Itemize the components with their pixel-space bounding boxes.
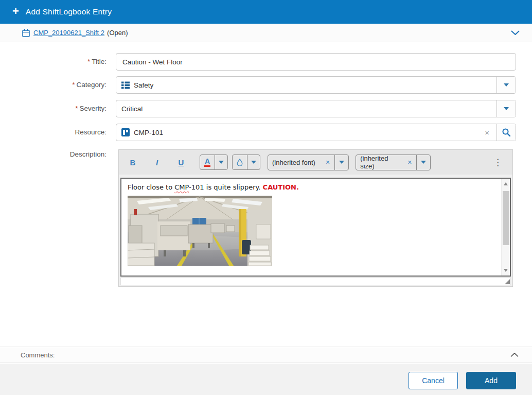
cancel-button[interactable]: Cancel [409,372,458,389]
description-rich-text-editor: B I U A [118,149,513,287]
dropdown-arrow-icon [504,83,509,87]
collapse-chevron-down-icon[interactable] [509,28,522,38]
font-size-value[interactable]: (inherited size) [356,155,407,170]
dropdown-arrow-icon [339,161,344,164]
font-color-dropdown-button[interactable] [215,155,227,169]
comments-label: Comments: [21,351,55,359]
underline-button[interactable]: U [175,158,187,167]
resource-value-wrap: CMP-101 [116,128,477,136]
font-name-value[interactable]: (inherited font) [268,155,326,170]
title-field-wrap [116,53,516,71]
editor-status-bar [120,278,511,285]
scroll-down-arrow-icon[interactable] [504,269,508,272]
resource-value: CMP-101 [134,129,163,136]
required-marker: * [75,105,78,112]
bold-button[interactable]: B [127,158,138,167]
font-color-icon: A [204,158,210,167]
resource-search-button[interactable] [496,124,516,141]
category-value: Safety [134,81,153,89]
category-field[interactable]: Safety [116,76,516,94]
dropdown-arrow-icon [219,161,224,164]
toolbar-more-options-button[interactable]: ⋮ [491,157,504,168]
add-button[interactable]: Add [466,372,516,389]
dropdown-arrow-icon [421,161,426,164]
highlight-color-button[interactable] [233,155,247,169]
font-size-clear-icon[interactable]: × [407,155,416,170]
dialog-header: + Add ShiftLogbook Entry [0,0,532,24]
dialog-title: Add ShiftLogbook Entry [26,7,112,16]
category-label: *Category: [0,76,107,94]
resource-label: Resource: [0,124,107,141]
shift-status: (Open) [107,29,128,37]
description-label: Description: [0,150,107,158]
search-icon [502,128,511,137]
severity-dropdown-button[interactable] [496,100,516,117]
scrollbar-thumb[interactable] [503,191,509,245]
category-list-icon [121,81,130,89]
required-marker: * [72,81,75,89]
font-name-clear-icon[interactable]: × [326,155,334,170]
plus-icon: + [12,6,19,17]
category-dropdown-button[interactable] [496,77,516,93]
dropdown-arrow-icon [251,161,256,164]
logbook-calendar-icon [22,29,30,37]
title-input[interactable] [116,54,516,70]
resource-clear-icon[interactable]: × [477,128,496,137]
description-text: Floor close to CMP-101 is quite slippery… [121,179,501,276]
font-size-dropdown-button[interactable] [416,155,430,170]
shift-logbook-link[interactable]: CMP_20190621_Shift 2 [33,29,104,37]
misspelled-word: CMP [174,183,189,191]
font-color-button[interactable]: A [200,155,215,169]
caution-text: CAUTION. [263,183,299,191]
droplet-icon [237,159,243,166]
dialog-footer: Cancel Add [0,364,532,395]
font-name-dropdown-button[interactable] [334,155,348,170]
dropdown-arrow-icon [504,107,509,110]
description-scrollbar[interactable] [501,179,510,276]
title-label: *Title: [0,53,107,71]
severity-row: *Severity: Critical [0,100,532,117]
resource-icon [121,128,130,136]
resource-row: Resource: CMP-101 × [0,124,532,141]
severity-value: Critical [121,105,143,113]
italic-button[interactable]: I [151,158,163,167]
resize-grip-icon[interactable] [505,279,510,284]
editor-toolbar: B I U A [119,150,512,175]
shift-context-bar: CMP_20190621_Shift 2 (Open) [0,24,532,42]
font-name-combo: (inherited font) × [268,154,349,170]
severity-field[interactable]: Critical [116,100,516,117]
severity-label: *Severity: [0,100,107,117]
font-color-split-button: A [200,154,228,170]
comments-chevron-up-icon[interactable] [508,350,521,359]
add-shiftlogbook-dialog: + Add ShiftLogbook Entry CMP_20190621_Sh… [0,0,532,395]
highlight-color-dropdown-button[interactable] [247,155,260,169]
required-marker: * [87,58,90,65]
description-content-area[interactable]: Floor close to CMP-101 is quite slippery… [120,178,511,277]
category-row: *Category: Safety [0,76,532,94]
title-row: *Title: [0,53,532,71]
category-value-wrap: Safety [116,81,496,89]
factory-floor-image[interactable] [128,196,272,266]
comments-section-header[interactable]: Comments: [0,347,532,363]
resource-field[interactable]: CMP-101 × [116,124,516,141]
highlight-color-split-button [232,154,260,170]
scroll-up-arrow-icon[interactable] [504,182,508,185]
font-size-combo: (inherited size) × [356,154,431,170]
